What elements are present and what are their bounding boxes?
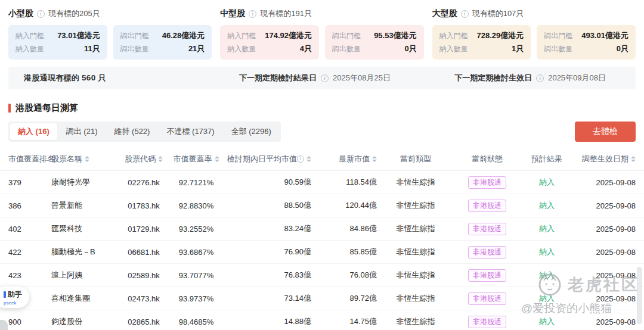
tab-include[interactable]: 納入 (16) [10, 123, 57, 140]
sort-icon[interactable] [85, 156, 89, 162]
threshold-card: 納入門檻728.29億港元納入數量1只 [432, 25, 531, 60]
info-icon[interactable]: i [321, 74, 329, 82]
col-header-coverage[interactable]: 市值覆蓋率 [169, 154, 223, 164]
card-label: 納入數量 [227, 44, 256, 54]
sort-icon[interactable] [372, 156, 377, 162]
card-label: 調出數量 [544, 44, 572, 54]
checkup-button[interactable]: 去體檢 [575, 122, 636, 142]
assistant-icon [4, 291, 6, 298]
cell-avg_mv: 88.50億 [223, 200, 311, 211]
col-header-name[interactable]: 股票名稱 [51, 154, 118, 164]
table-body: 379康耐特光學02276.hk92.7121%90.59億118.54億非恆生… [0, 171, 644, 330]
cell-avg_mv: 90.59億 [223, 177, 311, 188]
market-tiers: 小型股i現有標的205只納入門檻73.01億港元納入數量11只調出門檻46.28… [0, 0, 644, 60]
market-tier-large: 大型股i現有標的107只納入門檻728.29億港元納入數量1只調出門檻493.0… [432, 7, 636, 60]
card-value: 0只 [404, 43, 416, 54]
cell-type: 非恆生綜指 [377, 293, 454, 304]
col-header-code[interactable]: 股票代碼 [118, 154, 169, 164]
cell-date: 2025-09-08 [574, 225, 636, 234]
col-header-avg_mv[interactable]: 檢討期內日平均市值i [223, 154, 311, 164]
card-row: 調出數量21只 [120, 43, 205, 54]
section-header: 港股通每日測算 [8, 102, 636, 114]
cell-status: 非港股通 [454, 223, 520, 235]
sort-icon[interactable] [158, 156, 163, 162]
threshold-card: 納入門檻174.92億港元納入數量4只 [220, 25, 319, 60]
card-label: 納入門檻 [439, 31, 468, 41]
assistant-sub-label: pseek [4, 300, 16, 306]
status-badge: 非港股通 [468, 292, 506, 305]
card-value: 0只 [617, 43, 628, 54]
table-row[interactable]: 900鈞達股份02865.hk98.4685%14.88億14.75億非恆生綜指… [0, 310, 644, 330]
info-icon[interactable]: i [536, 74, 544, 82]
status-badge: 非港股通 [468, 223, 506, 235]
assistant-widget[interactable]: 助手 pseek [0, 287, 29, 308]
col-header-label: 當前狀態 [472, 154, 503, 164]
cell-name: 匯聚科技 [51, 223, 118, 234]
tier-count-label: 現有標的107只 [472, 8, 524, 19]
cell-code: 01729.hk [118, 225, 169, 234]
col-header-status: 當前狀態 [454, 154, 520, 164]
table-row[interactable]: 386晉景新能01783.hk92.8830%88.50億120.44億非恆生綜… [0, 194, 644, 217]
cell-type: 非恆生綜指 [377, 223, 454, 234]
card-row: 納入門檻174.92億港元 [227, 30, 312, 41]
cell-code: 02276.hk [118, 178, 169, 187]
review-effective-date: 2025年09月08日 [548, 73, 606, 83]
scrollbar-thumb[interactable] [637, 267, 642, 324]
market-tier-small: 小型股i現有標的205只納入門檻73.01億港元納入數量11只調出門檻46.28… [8, 7, 212, 60]
cell-coverage: 93.9737% [169, 294, 223, 303]
table-row[interactable]: 422腦動極光－B06681.hk93.6867%76.90億85.85億非恆生… [0, 241, 644, 264]
info-icon[interactable]: i [249, 10, 256, 18]
status-badge: 非港股通 [468, 269, 506, 282]
tab-all[interactable]: 全部 (2296) [224, 123, 279, 140]
table-row[interactable]: 402匯聚科技01729.hk93.2552%83.24億84.86億非恆生綜指… [0, 217, 644, 241]
col-header-rank: 市值覆蓋排名 [8, 154, 51, 164]
cell-status: 非港股通 [454, 316, 520, 328]
sort-icon[interactable] [306, 156, 311, 162]
cell-date: 2025-09-08 [574, 317, 636, 326]
tier-count-label: 現有標的191只 [260, 8, 312, 19]
col-header-label: 市值覆蓋排名 [8, 154, 55, 164]
result-label: 納入 [539, 200, 555, 211]
tab-substandard[interactable]: 不達標 (1737) [159, 123, 222, 140]
cell-status: 非港股通 [454, 292, 520, 305]
filter-tabs: 納入 (16)調出 (21)維持 (522)不達標 (1737)全部 (2296… [8, 122, 281, 142]
card-value: 1只 [512, 43, 524, 54]
cell-type: 非恆生綜指 [377, 247, 454, 257]
tier-count-label: 現有標的205只 [48, 8, 100, 19]
cell-name: 喜相逢集團 [51, 293, 118, 304]
col-header-latest_mv[interactable]: 最新市值 [311, 154, 377, 164]
tab-maintain[interactable]: 維持 (522) [106, 123, 157, 140]
cell-latest_mv: 76.08億 [311, 270, 377, 281]
cell-type: 非恆生綜指 [377, 316, 454, 327]
tab-remove[interactable]: 調出 (21) [58, 123, 106, 140]
col-header-label: 檢討期內日平均市值 [227, 154, 297, 164]
cell-latest_mv: 120.44億 [311, 200, 377, 211]
table-row[interactable]: 423滬上阿姨02589.hk93.7077%76.83億76.08億非恆生綜指… [0, 264, 644, 287]
tier-name: 大型股 [432, 8, 457, 19]
col-header-date[interactable]: 調整生效日期 [574, 154, 636, 164]
cell-rank: 422 [8, 248, 51, 257]
card-row: 調出門檻46.28億港元 [120, 30, 205, 41]
cell-latest_mv: 118.54億 [311, 177, 377, 188]
card-label: 調出數量 [120, 44, 149, 54]
cell-date: 2025-09-08 [574, 271, 636, 280]
table-row[interactable]: 379康耐特光學02276.hk92.7121%90.59億118.54億非恆生… [0, 171, 644, 194]
card-label: 納入門檻 [16, 31, 44, 41]
card-label: 調出數量 [332, 44, 361, 54]
status-badge: 非港股通 [468, 316, 506, 328]
sort-icon[interactable] [631, 156, 636, 162]
total-targets-text: 港股通現有標的 560 只 [24, 73, 203, 83]
cell-name: 晉景新能 [51, 200, 118, 211]
info-icon[interactable]: i [297, 155, 304, 163]
table-row[interactable]: 436喜相逢集團02473.hk93.9737%73.14億89.72億非恆生綜… [0, 287, 644, 310]
cell-rank: 386 [8, 201, 51, 210]
cell-latest_mv: 85.85億 [311, 247, 377, 257]
card-value: 728.29億港元 [477, 30, 524, 41]
info-icon[interactable]: i [37, 10, 45, 18]
col-header-result: 預計結果 [520, 154, 574, 164]
cell-result: 納入 [520, 177, 574, 188]
market-tier-mid: 中型股i現有標的191只納入門檻174.92億港元納入數量4只調出門檻95.53… [220, 7, 423, 60]
threshold-card: 調出門檻46.28億港元調出數量21只 [113, 25, 212, 60]
info-icon[interactable]: i [461, 10, 469, 18]
sort-icon[interactable] [215, 156, 219, 162]
